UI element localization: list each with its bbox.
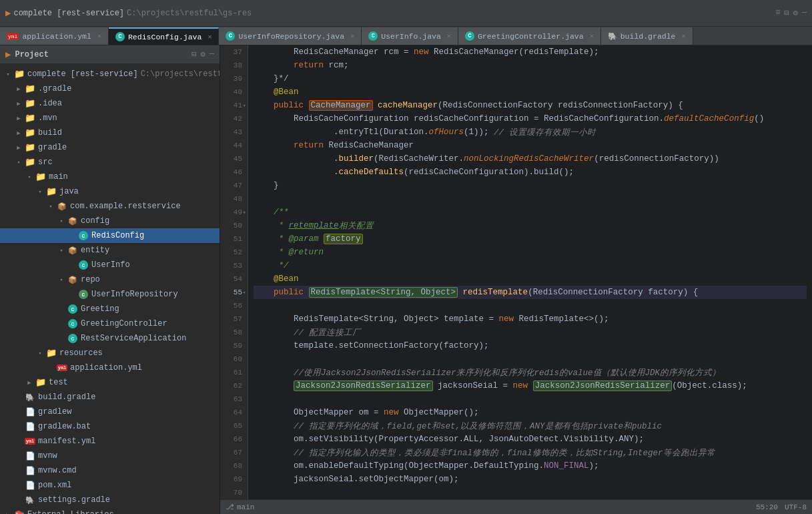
expand-icon[interactable]: ≡ <box>775 8 780 18</box>
tree-item-mvnw-cmd[interactable]: 📄 mvnw.cmd <box>0 463 220 478</box>
class-icon-restservice-app: C <box>67 334 79 343</box>
collapse-icon[interactable]: ⊟ <box>784 8 789 18</box>
tree-item-mvnw[interactable]: 📄 mvnw <box>0 449 220 463</box>
code-line-57: RedisTemplate<String, Object> template =… <box>254 312 807 326</box>
code-line-64: ObjectMapper om = new ObjectMapper(); <box>254 406 807 419</box>
tab-close-userinfo[interactable]: ✕ <box>447 32 451 40</box>
module-icon: 📁 <box>13 69 25 79</box>
main-content: ▶ Project ⊟ ⚙ — ▾ 📁 complete [rest-servi… <box>0 45 812 514</box>
tree-item-build[interactable]: ▶ 📁 build <box>0 125 220 140</box>
tab-label-application-yml: application.yml <box>22 32 91 41</box>
tab-application-yml[interactable]: yml application.yml ✕ <box>0 27 109 45</box>
close-icon[interactable]: — <box>802 8 807 18</box>
tab-userinfo-repository[interactable]: C UserInfoRepository.java ✕ <box>219 27 362 45</box>
code-line-59: template.setConnectionFactory(factory); <box>254 339 807 352</box>
class-icon-userinfo: C <box>368 31 378 41</box>
tree-item-resources[interactable]: ▾ 📁 resources <box>0 346 220 360</box>
tab-close-userinfo-repo[interactable]: ✕ <box>350 32 354 40</box>
class-icon-userinfo-repo: C <box>77 290 89 299</box>
tree-item-src[interactable]: ▾ 📁 src <box>0 155 220 170</box>
code-line-51: * @param factory <box>254 232 807 246</box>
tab-close-greeting-ctrl[interactable]: ✕ <box>590 32 594 40</box>
ln-43: 43 <box>220 125 248 139</box>
tree-item-complete[interactable]: ▾ 📁 complete [rest-service] C:\projects\… <box>0 67 220 81</box>
tree-item-main[interactable]: ▾ 📁 main <box>0 170 220 184</box>
tree-item-settings-gradle[interactable]: 🐘 settings.gradle <box>0 493 220 507</box>
status-bar: ⎇ main 55:20 UTF-8 <box>220 499 812 514</box>
tree-item-gradlew[interactable]: 📄 gradlew <box>0 405 220 419</box>
class-icon-repo: C <box>226 31 235 41</box>
tree-item-repo[interactable]: ▾ 📦 repo <box>0 272 220 287</box>
ln-52: 52 <box>220 246 248 259</box>
tab-label-redis-config: RedisConfig.java <box>128 33 201 41</box>
ln-51: 51 <box>220 232 248 246</box>
tree-item-com-package[interactable]: ▾ 📦 com.example.restservice <box>0 199 220 214</box>
tree-item-userinfo-repo[interactable]: C UserInfoRepository <box>0 287 220 302</box>
tree-item-application-yml[interactable]: yml application.yml <box>0 360 220 375</box>
tab-close-build-gradle[interactable]: ✕ <box>682 32 686 40</box>
tab-greeting-controller[interactable]: C GreetingController.java ✕ <box>458 27 601 45</box>
class-icon-greeting-sidebar: C <box>67 304 79 314</box>
tree-item-external-libs[interactable]: ▶ 📚 External Libraries <box>0 507 220 514</box>
tree-item-build-gradle[interactable]: 🐘 build.gradle <box>0 390 220 405</box>
ln-67: 67 <box>220 446 248 459</box>
tree-item-manifest-yml[interactable]: yml manifest.yml <box>0 434 220 449</box>
tree-item-userinfo[interactable]: C UserInfo <box>0 258 220 272</box>
chevron-mvn: ▶ <box>13 115 24 122</box>
encoding: UTF-8 <box>785 503 807 511</box>
tree-item-gradlew-bat[interactable]: 📄 gradlew.bat <box>0 419 220 434</box>
chevron-main: ▾ <box>24 174 35 181</box>
tree-item-pom-xml[interactable]: 📄 pom.xml <box>0 478 220 493</box>
folder-icon-mvn: 📁 <box>24 113 36 123</box>
code-line-48 <box>254 192 807 206</box>
tree-item-greeting-ctrl[interactable]: C GreetingController <box>0 316 220 331</box>
tab-build-gradle[interactable]: 🐘 build.gradle ✕ <box>601 27 693 45</box>
tree-item-gradle2[interactable]: ▶ 📁 gradle <box>0 140 220 155</box>
tree-item-test[interactable]: ▶ 📁 test <box>0 375 220 390</box>
tab-redis-config[interactable]: C RedisConfig.java ✕ <box>109 27 219 45</box>
code-line-62: Jackson2JsonRedisSerializer jacksonSeial… <box>254 379 807 393</box>
chevron-com: ▾ <box>45 203 56 210</box>
folder-icon-idea: 📁 <box>24 99 36 108</box>
package-icon-entity: 📦 <box>67 246 79 255</box>
tab-close-application-yml[interactable]: ✕ <box>97 32 101 40</box>
tree-item-gradle[interactable]: ▶ 📁 .gradle <box>0 81 220 96</box>
tab-userinfo[interactable]: C UserInfo.java ✕ <box>362 27 458 45</box>
sidebar-settings-icon[interactable]: ⚙ <box>201 49 206 59</box>
tree-item-config[interactable]: ▾ 📦 config <box>0 214 220 228</box>
sidebar-close-icon[interactable]: — <box>210 49 214 59</box>
code-content: RedisCacheManager rcm = new RedisCacheMa… <box>248 45 812 499</box>
chevron-external-libs: ▶ <box>3 511 13 515</box>
tree-item-restservice-app[interactable]: C RestServiceApplication <box>0 331 220 346</box>
yaml-icon: yml <box>7 33 19 40</box>
ln-38: 38 <box>220 59 248 72</box>
ln-66: 66 <box>220 433 248 446</box>
tree-item-mvn[interactable]: ▶ 📁 .mvn <box>0 111 220 125</box>
tree-item-redis-config[interactable]: C RedisConfig <box>0 228 220 243</box>
chevron-config: ▾ <box>56 218 67 225</box>
tab-close-redis-config[interactable]: ✕ <box>208 33 212 41</box>
ln-68: 68 <box>220 459 248 473</box>
tree-item-idea[interactable]: ▶ 📁 .idea <box>0 96 220 111</box>
tree-item-entity[interactable]: ▾ 📦 entity <box>0 243 220 258</box>
sidebar-collapse-icon[interactable]: ⊟ <box>191 49 196 59</box>
code-line-46: .cacheDefaults(redisCacheConfiguration).… <box>254 166 807 179</box>
tree-item-greeting[interactable]: C Greeting <box>0 302 220 316</box>
ln-42: 42 <box>220 112 248 125</box>
code-scroll[interactable]: 37 38 39 40 41▾ 42 43 44 45 46 47 48 49▾… <box>220 45 812 499</box>
code-line-55: public RedisTemplate<String, Object> red… <box>254 286 807 299</box>
ln-64: 64 <box>220 406 248 419</box>
code-line-37: RedisCacheManager rcm = new RedisCacheMa… <box>254 45 807 59</box>
code-line-58: // 配置连接工厂 <box>254 326 807 339</box>
tree-item-java[interactable]: ▾ 📁 java <box>0 184 220 199</box>
ln-55: 55▾ <box>220 286 248 299</box>
tab-label-build-gradle: build.gradle <box>621 32 676 41</box>
chevron-gradle2: ▶ <box>13 144 24 152</box>
code-line-60 <box>254 352 807 366</box>
project-icon: ▶ <box>5 7 11 19</box>
sidebar-header-actions: ⊟ ⚙ — <box>191 49 214 59</box>
code-line-49: /** <box>254 206 807 219</box>
ln-61: 61 <box>220 366 248 379</box>
chevron-gradle: ▶ <box>13 85 24 93</box>
settings-icon[interactable]: ⚙ <box>793 8 798 18</box>
